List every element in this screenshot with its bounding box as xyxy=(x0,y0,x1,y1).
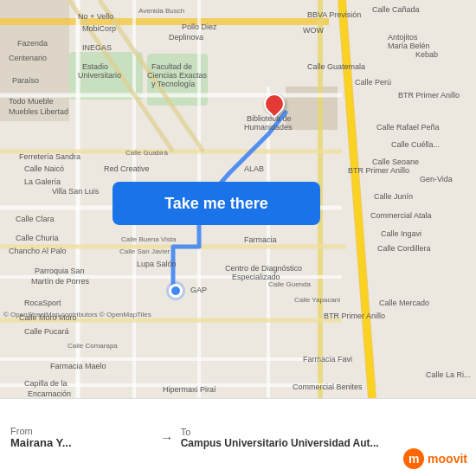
map-container: Centenario MobiCorp INEGAS Fazenda No + … xyxy=(0,0,476,398)
label-capilla: Capilla de la xyxy=(24,379,68,388)
label-pucara: Calle Pucará xyxy=(24,327,69,336)
block-1 xyxy=(0,0,69,121)
green-park-2 xyxy=(147,54,208,106)
button-label: Take me there xyxy=(164,195,268,213)
label-mobicorp: MobiCorp xyxy=(82,24,116,33)
take-me-there-button[interactable]: Take me there xyxy=(113,182,320,225)
label-roca-sport: RocaSport xyxy=(24,299,61,307)
label-pollo-diez: Pollo Diez xyxy=(182,23,217,31)
label-naico: Calle Naicó xyxy=(24,164,64,173)
green-park-1 xyxy=(69,52,143,100)
bottom-navigation-bar: From Mairana Y... → To Campus Universita… xyxy=(0,398,476,476)
to-label: To xyxy=(181,427,466,437)
moovit-logo: m moovit xyxy=(403,448,467,469)
label-seoane: Calle Seoane xyxy=(372,158,419,166)
label-cordillera: Calle Cordillera xyxy=(377,244,431,253)
to-station-name: Campus Universitario Universidad Aut... xyxy=(181,437,389,449)
library-block xyxy=(286,87,338,130)
label-gen-vida: Gen-Vida xyxy=(420,175,453,183)
from-section: From Mairana Y... xyxy=(10,426,153,449)
label-maria-belen: María Belén xyxy=(388,42,430,50)
label-comarapa: Calle Comarapa xyxy=(68,342,118,350)
moovit-brand-text: moovit xyxy=(428,452,467,466)
label-calle-la-ri: Calle La Ri... xyxy=(426,370,471,379)
from-label: From xyxy=(10,426,153,436)
label-novello: No + Vello xyxy=(78,12,113,21)
destination-pin xyxy=(264,93,285,114)
label-btr-anillo2: BTR Primer Anillo xyxy=(348,166,409,175)
label-mercado: Calle Mercado xyxy=(379,299,429,307)
to-section: To Campus Universitario Universidad Aut.… xyxy=(181,427,466,449)
label-hipermaxi: Hipermaxi Piraí xyxy=(163,385,216,394)
label-commercial-benites: Commercial Benites xyxy=(293,383,363,391)
label-inegas: INEGAS xyxy=(82,43,112,52)
label-wow: WOW xyxy=(303,26,324,35)
label-churia: Calle Churia xyxy=(16,234,59,242)
label-atala: Commercial Atala xyxy=(370,211,432,220)
current-location-dot xyxy=(169,284,183,298)
location-dot xyxy=(169,284,183,298)
label-encarnacion: Encarnación xyxy=(28,389,71,398)
label-especializado: Especializado xyxy=(232,273,280,281)
label-bbva: BBVA Previsión xyxy=(307,10,361,19)
label-galeria: La Galería xyxy=(24,177,61,186)
label-farmacia-maelo: Farmacia Maelo xyxy=(50,362,106,370)
label-rafael-pena: Calle Rafael Peña xyxy=(376,123,440,132)
label-villa-san-luis: Villa San Luis xyxy=(52,187,99,196)
label-btr1: BTR Primer Anillo xyxy=(398,91,460,100)
pin-shape xyxy=(260,89,289,119)
label-biblioteca: Biblioteca de xyxy=(247,114,292,123)
label-martin: Martín de Porres xyxy=(31,277,89,286)
label-calle-guatemala: Calle Guatemala xyxy=(307,62,365,71)
label-guabira: Calle Guabirá xyxy=(125,149,168,157)
label-yapacani: Calle Yapacani xyxy=(294,296,340,304)
label-antojitos: Antojitos xyxy=(388,33,418,42)
moovit-icon: m xyxy=(403,448,424,469)
label-deplinova: Deplinova xyxy=(169,33,203,42)
label-lupa-salon: Lupa Salón xyxy=(137,260,177,268)
label-red-creative: Red Creative xyxy=(104,164,150,173)
arrow-right-icon: → xyxy=(160,430,174,446)
label-alab: ALAB xyxy=(244,164,264,173)
label-san-javier: Calle San Javier xyxy=(119,248,170,255)
label-av-busch: Avenida Busch xyxy=(138,7,184,15)
label-farmacia: Farmacia xyxy=(244,235,277,244)
label-buena-vista: Calle Buena Vista xyxy=(121,235,176,243)
label-ferreria: Ferretería Sandra xyxy=(19,152,80,161)
label-chancho: Chancho Al Palo xyxy=(9,247,67,255)
label-guenda: Calle Guenda xyxy=(268,280,311,288)
label-centro-diag: Centro de Diagnóstico xyxy=(225,264,302,273)
from-station-name: Mairana Y... xyxy=(10,436,140,449)
label-calle-clara: Calle Clara xyxy=(16,215,55,223)
label-parroquia: Parroquia San xyxy=(35,267,85,275)
label-junin: Calle Junín xyxy=(374,192,413,201)
label-canada: Calle Cañada xyxy=(372,5,420,14)
map-copyright: © OpenStreetMap contributors © OpenMapTi… xyxy=(3,311,151,318)
svg-line-1 xyxy=(342,0,372,398)
label-farmacia-favi: Farmacia Favi xyxy=(303,355,352,363)
label-gap: GAP xyxy=(190,286,207,294)
label-kebab: Kebab xyxy=(415,50,438,59)
label-ingavi: Calle Ingavi xyxy=(381,229,421,238)
label-btr3: BTR Primer Anillo xyxy=(324,312,385,320)
svg-line-0 xyxy=(342,0,372,398)
label-cuella: Calle Cuélla... xyxy=(391,140,440,149)
label-calle-peru: Calle Perú xyxy=(355,78,391,87)
